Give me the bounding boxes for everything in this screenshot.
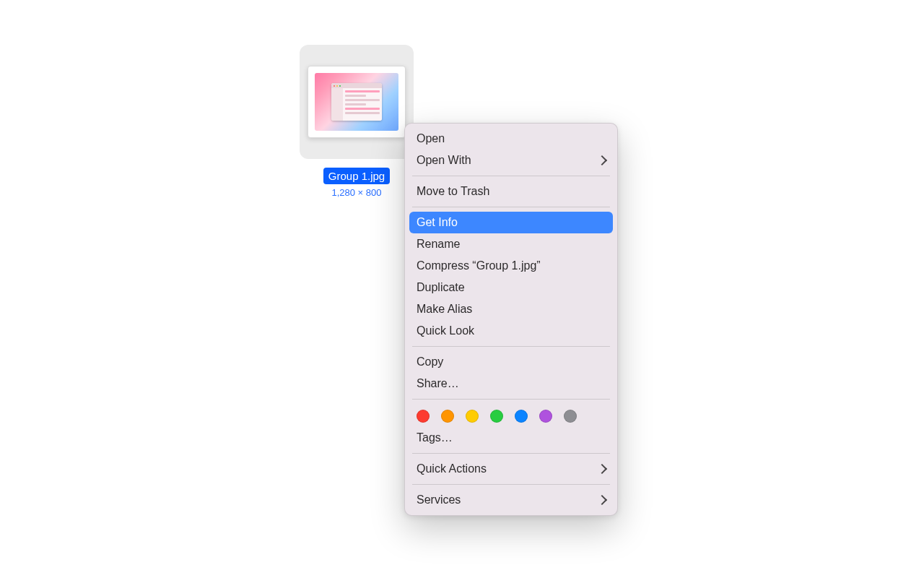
- menu-item-label: Duplicate: [417, 281, 465, 294]
- menu-item-get-info[interactable]: Get Info: [409, 212, 613, 233]
- menu-item-duplicate[interactable]: Duplicate: [409, 277, 613, 298]
- menu-item-quick-look[interactable]: Quick Look: [409, 320, 613, 342]
- tag-color-orange[interactable]: [441, 410, 454, 423]
- menu-item-label: Move to Trash: [417, 185, 489, 198]
- chevron-right-icon: [597, 155, 607, 165]
- tag-color-gray[interactable]: [564, 410, 577, 423]
- desktop-file[interactable]: Group 1.jpg 1,280 × 800: [300, 45, 414, 198]
- menu-item-copy[interactable]: Copy: [409, 351, 613, 373]
- menu-separator: [412, 453, 610, 454]
- menu-item-services[interactable]: Services: [409, 489, 613, 511]
- menu-item-open-with[interactable]: Open With: [409, 150, 613, 171]
- menu-item-quick-actions[interactable]: Quick Actions: [409, 458, 613, 480]
- thumbnail-preview: [315, 73, 398, 131]
- menu-item-compress[interactable]: Compress “Group 1.jpg”: [409, 255, 613, 277]
- menu-separator: [412, 207, 610, 207]
- menu-separator: [412, 484, 610, 485]
- tag-color-green[interactable]: [490, 410, 503, 423]
- context-menu: Open Open With Move to Trash Get Info Re…: [404, 123, 618, 516]
- menu-item-label: Get Info: [417, 216, 458, 229]
- menu-item-label: Rename: [417, 238, 460, 251]
- tag-color-blue[interactable]: [515, 410, 528, 423]
- menu-item-label: Share…: [417, 377, 459, 390]
- menu-item-label: Quick Actions: [417, 462, 487, 475]
- menu-item-make-alias[interactable]: Make Alias: [409, 298, 613, 320]
- menu-separator: [412, 176, 610, 176]
- menu-item-tags[interactable]: Tags…: [409, 427, 613, 449]
- menu-item-label: Open: [417, 132, 445, 145]
- menu-item-label: Tags…: [417, 431, 453, 444]
- chevron-right-icon: [597, 464, 607, 474]
- menu-item-share[interactable]: Share…: [409, 373, 613, 394]
- tag-color-yellow[interactable]: [466, 410, 479, 423]
- menu-item-rename[interactable]: Rename: [409, 233, 613, 255]
- chevron-right-icon: [597, 495, 607, 505]
- file-icon-selection: [300, 45, 414, 159]
- menu-item-label: Quick Look: [417, 324, 474, 337]
- menu-separator: [412, 399, 610, 400]
- menu-item-open[interactable]: Open: [409, 128, 613, 150]
- menu-item-label: Open With: [417, 154, 471, 167]
- menu-item-label: Compress “Group 1.jpg”: [417, 259, 541, 272]
- thumbnail-window: [331, 83, 382, 121]
- menu-item-label: Services: [417, 493, 461, 506]
- tag-color-purple[interactable]: [539, 410, 552, 423]
- menu-item-label: Copy: [417, 355, 443, 368]
- menu-item-label: Make Alias: [417, 303, 472, 316]
- menu-tag-color-row: [409, 404, 613, 427]
- file-dimensions-label: 1,280 × 800: [331, 187, 381, 198]
- tag-color-red[interactable]: [417, 410, 430, 423]
- file-name-label: Group 1.jpg: [323, 168, 390, 184]
- menu-separator: [412, 346, 610, 347]
- file-thumbnail: [308, 66, 406, 138]
- menu-item-move-to-trash[interactable]: Move to Trash: [409, 181, 613, 202]
